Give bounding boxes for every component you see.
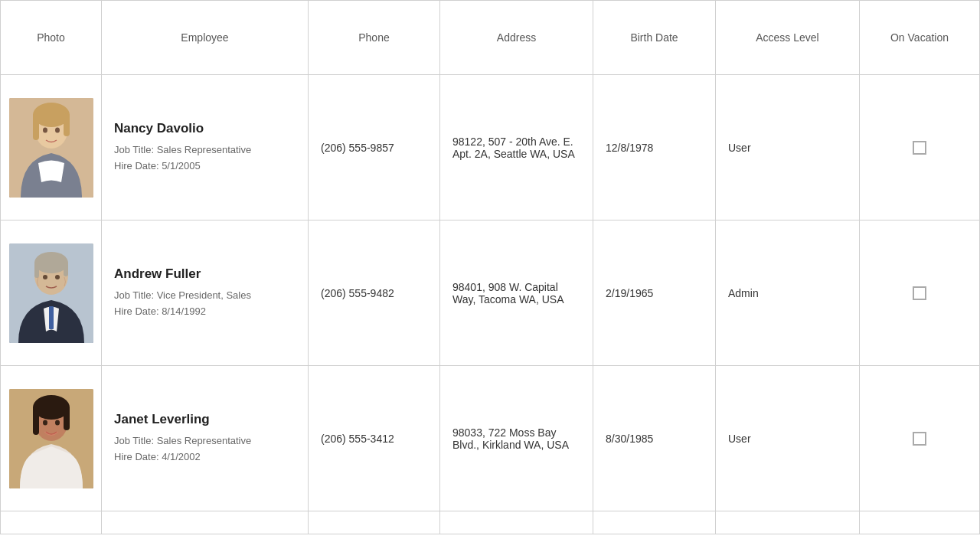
- empty-cell: [716, 511, 860, 534]
- avatar: [9, 98, 93, 198]
- vacation-cell-andrew[interactable]: [860, 220, 980, 366]
- table-row-empty: [1, 511, 980, 534]
- photo-andrew-svg: [9, 243, 93, 343]
- header-on-vacation: On Vacation: [860, 1, 980, 75]
- access-level-cell-andrew: Admin: [716, 220, 860, 366]
- address-cell-nancy: 98122, 507 - 20th Ave. E. Apt. 2A, Seatt…: [440, 75, 593, 220]
- employee-info-andrew: Andrew Fuller Job Title: Vice President,…: [102, 220, 309, 366]
- birthdate-cell-andrew: 2/19/1965: [593, 220, 716, 366]
- vacation-cell-nancy[interactable]: [860, 75, 980, 220]
- table-row: Andrew Fuller Job Title: Vice President,…: [1, 220, 980, 366]
- employee-info-nancy: Nancy Davolio Job Title: Sales Represent…: [102, 75, 309, 220]
- photo-cell-nancy: [1, 75, 102, 220]
- employee-name: Janet Leverling: [114, 412, 296, 427]
- empty-cell: [440, 511, 593, 534]
- employee-name: Nancy Davolio: [114, 121, 296, 136]
- svg-point-14: [55, 275, 60, 279]
- employee-hire-date: Hire Date: 4/1/2002: [114, 449, 296, 466]
- address-cell-andrew: 98401, 908 W. Capital Way, Tacoma WA, US…: [440, 220, 593, 366]
- address-cell-janet: 98033, 722 Moss Bay Blvd., Kirkland WA, …: [440, 366, 593, 511]
- employee-info-janet: Janet Leverling Job Title: Sales Represe…: [102, 366, 309, 511]
- photo-cell-janet: [1, 366, 102, 511]
- vacation-cell-janet[interactable]: [860, 366, 980, 511]
- table-row: Nancy Davolio Job Title: Sales Represent…: [1, 75, 980, 220]
- empty-cell: [309, 511, 440, 534]
- header-address: Address: [440, 1, 593, 75]
- avatar: [9, 243, 93, 343]
- header-photo: Photo: [1, 1, 102, 75]
- vacation-checkbox-janet[interactable]: [913, 432, 926, 446]
- svg-point-13: [43, 275, 47, 279]
- svg-rect-18: [33, 406, 39, 435]
- employee-name: Andrew Fuller: [114, 266, 296, 282]
- phone-cell-nancy: (206) 555-9857: [309, 75, 440, 220]
- svg-point-20: [43, 420, 47, 425]
- header-access-level: Access Level: [716, 1, 860, 75]
- employee-job-title: Job Title: Sales Representative: [114, 142, 296, 158]
- employee-hire-date: Hire Date: 8/14/1992: [114, 304, 296, 320]
- svg-rect-3: [33, 113, 39, 140]
- header-birthdate: Birth Date: [593, 1, 716, 75]
- birthdate-cell-nancy: 12/8/1978: [593, 75, 716, 220]
- phone-cell-andrew: (206) 555-9482: [309, 220, 440, 366]
- header-phone: Phone: [309, 1, 440, 75]
- vacation-checkbox-andrew[interactable]: [913, 286, 926, 300]
- svg-rect-10: [34, 263, 39, 278]
- employee-job-title: Job Title: Vice President, Sales: [114, 288, 296, 304]
- phone-cell-janet: (206) 555-3412: [309, 366, 440, 511]
- table-row: Janet Leverling Job Title: Sales Represe…: [1, 366, 980, 511]
- empty-cell: [102, 511, 309, 534]
- photo-cell-andrew: [1, 220, 102, 366]
- vacation-checkbox-nancy[interactable]: [913, 141, 926, 155]
- svg-point-6: [55, 127, 60, 132]
- svg-rect-19: [64, 406, 70, 430]
- empty-cell: [1, 511, 102, 534]
- svg-rect-4: [64, 113, 70, 136]
- svg-point-9: [34, 252, 68, 273]
- empty-cell: [593, 511, 716, 534]
- empty-cell: [860, 511, 980, 534]
- employee-job-title: Job Title: Sales Representative: [114, 433, 296, 449]
- svg-rect-11: [64, 263, 68, 276]
- avatar: [9, 389, 93, 488]
- photo-janet-svg: [9, 389, 93, 488]
- access-level-cell-janet: User: [716, 366, 860, 511]
- svg-point-5: [43, 127, 47, 132]
- employee-hire-date: Hire Date: 5/1/2005: [114, 158, 296, 175]
- access-level-cell-nancy: User: [716, 75, 860, 220]
- header-employee: Employee: [102, 1, 309, 75]
- birthdate-cell-janet: 8/30/1985: [593, 366, 716, 511]
- svg-rect-12: [49, 306, 54, 329]
- photo-nancy-svg: [9, 98, 93, 198]
- svg-point-21: [55, 420, 60, 425]
